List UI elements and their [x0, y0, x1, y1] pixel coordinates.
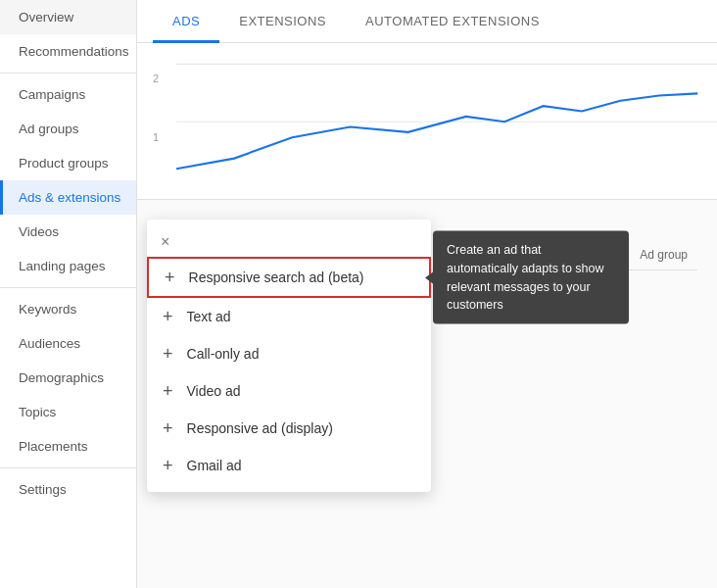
plus-icon-responsive-display: +	[163, 419, 173, 437]
sidebar-divider-1	[0, 73, 136, 74]
chart-area: 2 1	[137, 43, 717, 200]
dropdown-item-call-only[interactable]: + Call-only ad	[147, 335, 431, 372]
content-area: oval status: Disapproved Campaign Ad gro…	[137, 200, 717, 588]
main-content: ADS EXTENSIONS AUTOMATED EXTENSIONS 2 1 …	[137, 0, 717, 588]
dropdown-close-button[interactable]: ×	[147, 227, 431, 257]
sidebar-item-ads-extensions[interactable]: Ads & extensions	[0, 180, 136, 215]
dropdown-item-label-gmail-ad: Gmail ad	[187, 458, 242, 473]
chart-y-label-1: 1	[153, 131, 159, 143]
chart-line	[176, 43, 717, 179]
dropdown-item-video-ad[interactable]: + Video ad	[147, 372, 431, 410]
tab-ads[interactable]: ADS	[153, 0, 219, 43]
chart-y-label-2: 2	[153, 73, 159, 84]
sidebar-item-topics[interactable]: Topics	[0, 395, 136, 429]
sidebar-item-demographics[interactable]: Demographics	[0, 361, 136, 395]
sidebar-item-keywords[interactable]: Keywords	[0, 292, 136, 326]
sidebar-item-settings[interactable]: Settings	[0, 472, 136, 507]
sidebar-item-landing-pages[interactable]: Landing pages	[0, 249, 136, 283]
dropdown-item-responsive-display[interactable]: + Responsive ad (display)	[147, 410, 431, 447]
dropdown-item-label-responsive-display: Responsive ad (display)	[187, 420, 333, 436]
plus-icon-gmail-ad: +	[163, 457, 173, 474]
plus-icon-responsive-search: +	[165, 269, 175, 286]
sidebar-item-overview[interactable]: Overview	[0, 0, 136, 34]
sidebar-item-campaigns[interactable]: Campaigns	[0, 77, 136, 112]
sidebar-item-product-groups[interactable]: Product groups	[0, 146, 136, 180]
tab-bar: ADS EXTENSIONS AUTOMATED EXTENSIONS	[137, 0, 717, 43]
dropdown-item-label-video-ad: Video ad	[187, 383, 241, 399]
column-header-campaign: Campaign	[508, 248, 562, 262]
sidebar-divider-3	[0, 467, 136, 468]
dropdown-item-gmail-ad[interactable]: + Gmail ad	[147, 447, 431, 484]
dropdown-item-label-call-only: Call-only ad	[187, 346, 260, 362]
plus-icon-text-ad: +	[163, 308, 173, 325]
sidebar-item-audiences[interactable]: Audiences	[0, 326, 136, 361]
plus-icon-video-ad: +	[163, 382, 173, 400]
sidebar-item-recommendations[interactable]: Recommendations	[0, 34, 136, 69]
column-header-adgroup: Ad group	[640, 248, 688, 262]
sidebar-item-placements[interactable]: Placements	[0, 429, 136, 464]
dropdown-item-label-text-ad: Text ad	[187, 309, 231, 324]
dropdown-item-responsive-search[interactable]: + Responsive search ad (beta) Create an …	[147, 257, 431, 298]
tab-extensions[interactable]: EXTENSIONS	[219, 0, 346, 43]
sidebar-item-videos[interactable]: Videos	[0, 215, 136, 249]
dropdown-item-label-responsive-search: Responsive search ad (beta)	[189, 270, 364, 285]
tab-automated-extensions[interactable]: AUTOMATED EXTENSIONS	[346, 0, 559, 43]
sidebar: Overview Recommendations Campaigns Ad gr…	[0, 0, 137, 588]
plus-icon-call-only: +	[163, 345, 173, 363]
ad-type-dropdown: × + Responsive search ad (beta) Create a…	[147, 220, 431, 492]
dropdown-item-text-ad[interactable]: + Text ad	[147, 298, 431, 335]
sidebar-divider-2	[0, 287, 136, 288]
sidebar-item-ad-groups[interactable]: Ad groups	[0, 112, 136, 146]
